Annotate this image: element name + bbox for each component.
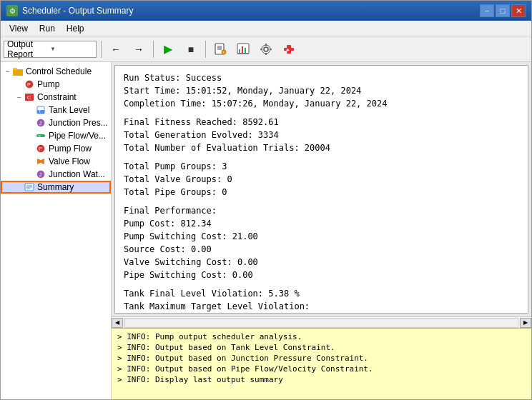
tree-item-pumpflow[interactable]: P Pump Flow	[1, 142, 111, 155]
tree-item-pipeflow[interactable]: F Pipe Flow/Ve...	[1, 129, 111, 142]
report-button[interactable]: !	[210, 39, 230, 59]
svg-rect-8	[242, 46, 243, 53]
svg-point-12	[262, 45, 270, 54]
svg-rect-9	[245, 48, 246, 53]
tree-item-valveflow[interactable]: Valve Flow	[1, 155, 111, 168]
tree-item-junction[interactable]: J Junction Pres...	[1, 116, 111, 129]
report-line-19: Tank Final Level Violation: 5.38 %	[124, 287, 519, 300]
svg-point-11	[264, 47, 268, 51]
report-line-6: Total Number of Evaluation Trials: 20004	[124, 141, 519, 154]
svg-text:J: J	[39, 172, 42, 177]
report-line-4: Final Fitness Reached: 8592.61	[124, 116, 519, 129]
tree-panel: − Control Schedule P P	[1, 62, 112, 399]
app-icon: ⚙	[6, 5, 18, 16]
info-line-0: > INFO: Pump output scheduler analysis.	[117, 331, 526, 342]
blank-line-2	[124, 154, 519, 160]
pump-icon: P	[24, 79, 35, 90]
svg-rect-20	[13, 69, 23, 76]
tree-item-pump[interactable]: P Pump	[1, 78, 111, 91]
info-line-4: > INFO: Display last output summary	[117, 374, 526, 385]
report-line-13: Pump Cost: 812.34	[124, 217, 519, 230]
pipe-icon: F	[35, 130, 46, 141]
report-content[interactable]: Run Status: Success Start Time: 15:01:52…	[114, 65, 528, 314]
maximize-button[interactable]: □	[496, 4, 510, 17]
close-button[interactable]: ✕	[511, 4, 526, 17]
stop-button[interactable]: ■	[181, 39, 201, 59]
report-line-9: Total Valve Groups: 0	[124, 173, 519, 186]
main-window: ⚙ Scheduler - Output Summary − □ ✕ View …	[0, 0, 532, 400]
title-bar: ⚙ Scheduler - Output Summary − □ ✕	[1, 1, 531, 21]
report-line-20: Tank Maximum Target Level Violation:	[124, 300, 519, 313]
svg-rect-7	[239, 49, 240, 53]
toolbar: Output Report ▼ ← → ▶ ■ !	[1, 36, 531, 62]
expand-icon	[26, 131, 35, 140]
title-bar-left: ⚙ Scheduler - Output Summary	[6, 5, 133, 16]
main-content: − Control Schedule P P	[1, 62, 531, 399]
chart-button[interactable]	[233, 39, 253, 59]
title-buttons: − □ ✕	[480, 4, 526, 17]
tree-label-root: Control Schedule	[26, 66, 92, 76]
tank-icon: T	[35, 104, 46, 116]
blank-line-3	[124, 199, 519, 204]
report-area: Run Status: Success Start Time: 15:01:52…	[112, 62, 531, 316]
output-report-dropdown[interactable]: Output Report ▼	[4, 41, 97, 58]
junction-water-icon: J	[35, 169, 46, 180]
info-line-3: > INFO: Output based on Pipe Flow/Veloci…	[117, 364, 526, 374]
toolbar-separator-1	[101, 41, 102, 58]
menu-help[interactable]: Help	[61, 22, 90, 35]
svg-text:P: P	[39, 146, 42, 151]
svg-rect-21	[13, 68, 17, 70]
menu-view[interactable]: View	[4, 22, 34, 35]
menu-bar: View Run Help	[1, 21, 531, 36]
tree-item-junctionwater[interactable]: J Junction Wat...	[1, 168, 111, 181]
report-line-17: Pipe Switching Cost: 0.00	[124, 269, 519, 281]
chevron-down-icon: ▼	[50, 46, 93, 52]
summary-icon	[24, 181, 35, 193]
tree-label-junctionwater: Junction Wat...	[49, 169, 105, 179]
right-panel: Run Status: Success Start Time: 15:01:52…	[112, 62, 531, 399]
report-line-12: Final Performance:	[124, 204, 519, 217]
report-line-2: Completion Time: 15:07:26, Monday, Janua…	[124, 97, 519, 110]
minimize-button[interactable]: −	[480, 4, 494, 17]
info-line-1: > INFO: Output based on Tank Level Const…	[117, 342, 526, 353]
back-button[interactable]: ←	[106, 39, 126, 59]
tree-item-constraint[interactable]: − C Constraint	[1, 91, 111, 104]
report-line-16: Valve Switching Cost: 0.00	[124, 256, 519, 269]
svg-text:✦: ✦	[285, 47, 290, 54]
valve-icon	[35, 156, 46, 167]
report-line-14: Pump Switching Cost: 21.00	[124, 230, 519, 243]
toolbar-separator-3	[205, 41, 206, 58]
tree-item-root[interactable]: − Control Schedule	[1, 65, 111, 78]
report-line-0: Run Status: Success	[124, 71, 519, 84]
tree-label-summary: Summary	[37, 182, 74, 192]
tree-item-summary[interactable]: Summary	[1, 181, 111, 194]
menu-run[interactable]: Run	[34, 22, 61, 35]
tree-label-pipeflow: Pipe Flow/Ve...	[49, 131, 106, 141]
expand-icon[interactable]: −	[15, 93, 24, 101]
scroll-track[interactable]	[124, 318, 518, 328]
tree-item-tank[interactable]: T Tank Level	[1, 104, 111, 116]
blank-line-4	[124, 281, 519, 287]
svg-text:C: C	[27, 95, 31, 100]
forward-button[interactable]: →	[129, 39, 149, 59]
pumpflow-icon: P	[35, 143, 46, 154]
scroll-right-button[interactable]: ▶	[520, 318, 531, 328]
run-button[interactable]: ▶	[158, 39, 178, 59]
info-panel[interactable]: > INFO: Pump output scheduler analysis. …	[112, 328, 531, 399]
settings-button[interactable]	[256, 39, 276, 59]
report-line-10: Total Pipe Groups: 0	[124, 186, 519, 199]
tree-label-valveflow: Valve Flow	[49, 156, 90, 166]
tools-button[interactable]: ✦	[279, 39, 299, 59]
svg-text:T: T	[39, 109, 41, 114]
report-line-15: Source Cost: 0.00	[124, 243, 519, 256]
toolbar-separator-2	[153, 41, 154, 58]
dropdown-label: Output Report	[7, 39, 50, 59]
report-line-21: Tank Level Violation: 20.00 %	[124, 313, 519, 314]
expand-icon	[26, 106, 35, 114]
horizontal-scrollbar[interactable]: ◀ ▶	[112, 316, 531, 328]
expand-icon[interactable]: −	[4, 67, 12, 76]
scroll-left-button[interactable]: ◀	[112, 318, 123, 328]
tree-label-junction-pres: Junction Pres...	[49, 118, 108, 128]
folder-icon	[12, 66, 24, 77]
junction-icon: J	[35, 117, 46, 129]
